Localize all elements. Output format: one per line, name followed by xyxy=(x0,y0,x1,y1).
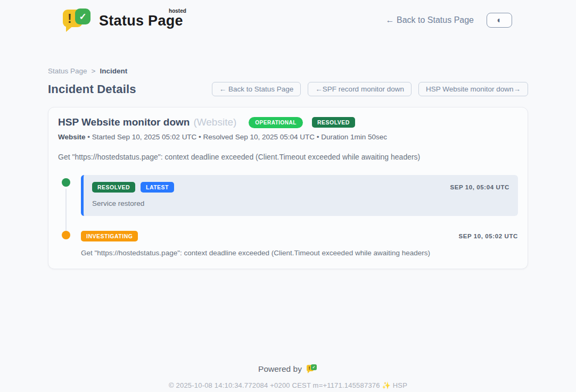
statuspage-mini-logo-icon: ! ✓ xyxy=(307,364,318,374)
timeline-entry-investigating: INVESTIGATING SEP 10, 05:02 UTC Get "htt… xyxy=(58,231,518,257)
incident-nav-buttons: ← Back to Status Page ←SPF record monito… xyxy=(212,82,528,96)
theme-toggle-button[interactable]: ◐ xyxy=(487,13,512,28)
timeline-timestamp: SEP 10, 05:04 UTC xyxy=(450,184,509,190)
breadcrumb: Status Page > Incident xyxy=(48,67,528,75)
next-incident-button[interactable]: HSP Website monitor down→ xyxy=(418,82,528,96)
breadcrumb-status-page[interactable]: Status Page xyxy=(48,67,87,75)
incident-card: HSP Website monitor down (Website) OPERA… xyxy=(48,107,528,269)
half-circle-icon: ◐ xyxy=(497,16,502,24)
incident-meta-component: Website xyxy=(58,133,86,141)
footer: Powered by ! ✓ © 2025-10-08 14:10:34.772… xyxy=(48,364,528,389)
brand-superscript: hosted xyxy=(169,8,186,14)
timeline-resolved-badge: RESOLVED xyxy=(92,182,135,193)
incident-timeline: RESOLVED LATEST SEP 10, 05:04 UTC Servic… xyxy=(58,175,518,257)
copyright-text: © 2025-10-08 14:10:34.772084 +0200 CEST … xyxy=(48,381,528,389)
timeline-dot-orange xyxy=(62,231,70,239)
timeline-timestamp: SEP 10, 05:02 UTC xyxy=(458,233,518,239)
powered-by-link[interactable]: Powered by ! ✓ xyxy=(258,364,318,374)
check-square-icon: ✓ xyxy=(75,9,90,24)
incident-meta: Website • Started Sep 10, 2025 05:02 UTC… xyxy=(58,133,518,141)
back-to-status-page-button[interactable]: ← Back to Status Page xyxy=(212,82,301,96)
brand-text: Status Page hosted xyxy=(99,13,183,29)
powered-by-label: Powered by xyxy=(258,364,302,374)
timeline-investigating-badge: INVESTIGATING xyxy=(81,231,138,241)
timeline-entry-resolved: RESOLVED LATEST SEP 10, 05:04 UTC Servic… xyxy=(58,175,518,216)
incident-component: (Website) xyxy=(193,116,236,128)
timeline-latest-box: RESOLVED LATEST SEP 10, 05:04 UTC Servic… xyxy=(81,175,518,216)
header: ! ✓ Status Page hosted ← Back to Status … xyxy=(48,0,528,32)
prev-incident-button[interactable]: ←SPF record monitor down xyxy=(308,82,412,96)
operational-status-badge: OPERATIONAL xyxy=(249,117,303,128)
statuspage-logo-icon: ! ✓ xyxy=(63,9,93,32)
exclamation-glyph: ! xyxy=(68,12,72,26)
breadcrumb-incident: Incident xyxy=(100,67,127,75)
page-title: Incident Details xyxy=(48,82,136,96)
incident-title: HSP Website monitor down xyxy=(58,116,190,128)
incident-meta-details: • Started Sep 10, 2025 05:02 UTC • Resol… xyxy=(86,133,388,141)
main-content: Status Page > Incident Incident Details … xyxy=(48,67,528,389)
header-actions: ← Back to Status Page ◐ xyxy=(386,13,512,28)
timeline-dot-green xyxy=(62,178,70,187)
breadcrumb-separator: > xyxy=(92,67,96,75)
timeline-latest-badge: LATEST xyxy=(141,182,174,193)
timeline-message: Service restored xyxy=(92,199,509,207)
brand-name: Status Page xyxy=(99,13,183,29)
resolved-status-badge: RESOLVED xyxy=(312,117,355,128)
timeline-connector-line xyxy=(65,189,67,235)
exclamation-glyph: ! xyxy=(308,365,310,371)
check-square-icon: ✓ xyxy=(311,364,317,370)
brand-logo[interactable]: ! ✓ Status Page hosted xyxy=(63,9,183,32)
header-back-link[interactable]: ← Back to Status Page xyxy=(386,15,474,25)
timeline-message: Get "https://hostedstatus.page": context… xyxy=(81,249,518,257)
incident-description: Get "https://hostedstatus.page": context… xyxy=(58,153,518,161)
